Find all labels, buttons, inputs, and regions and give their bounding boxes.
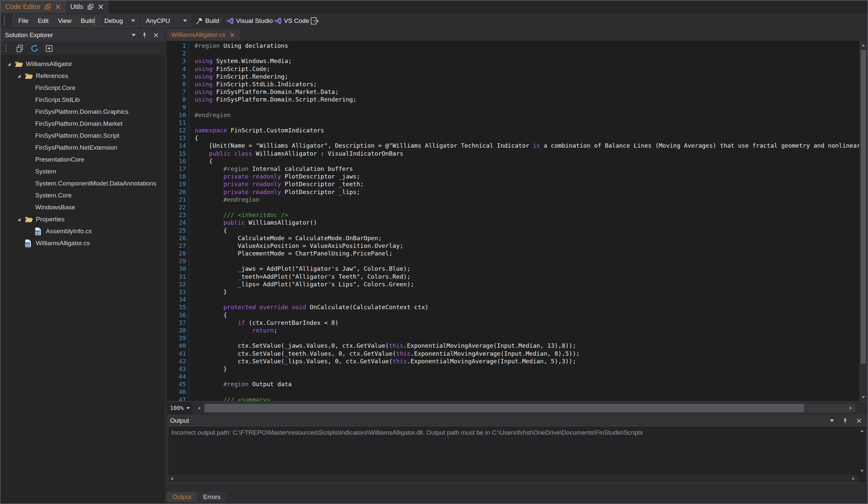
code-line-4[interactable]: 4using FinScript.Code;	[167, 65, 859, 73]
code-line-29[interactable]: 29	[167, 257, 859, 265]
tree-item-finsysplatform-domain-graphics[interactable]: FinSysPlatform.Domain.Graphics	[1, 106, 165, 118]
code-line-14[interactable]: 14 [Unit(Name = "Williams Alligator", De…	[167, 142, 859, 149]
scroll-left-icon[interactable]	[170, 477, 174, 481]
editor-vertical-scrollbar[interactable]	[859, 41, 867, 401]
scroll-right-icon[interactable]	[851, 477, 855, 481]
code-line-28[interactable]: 28 PlacementMode = ChartPanelUsing.Price…	[167, 250, 859, 257]
code-line-25[interactable]: 25 {	[167, 227, 859, 234]
code-line-42[interactable]: 42 ctx.SetValue(_lips.Values, 0, ctx.Get…	[167, 357, 859, 365]
output-tab-output[interactable]: Output	[167, 492, 197, 502]
open-in-visual-studio-button[interactable]: Visual Studio	[224, 14, 275, 27]
code-line-8[interactable]: 8using FinSysPlatform.Domain.Script.Rend…	[167, 96, 859, 103]
output-tab-errors[interactable]: Errors	[198, 492, 226, 502]
code-line-5[interactable]: 5using FinScript.Rendering;	[167, 73, 859, 80]
copy-files-icon[interactable]	[14, 43, 25, 54]
code-line-33[interactable]: 33 }	[167, 288, 859, 296]
code-line-44[interactable]: 44	[167, 372, 859, 380]
code-line-15[interactable]: 15 public class WilliamsAlligator : Visu…	[167, 150, 859, 157]
code-line-20[interactable]: 20 private readonly PlotDescriptor _lips…	[167, 188, 859, 196]
pin-icon[interactable]	[842, 418, 848, 424]
window-tab-code-editor[interactable]: Code Editor	[1, 1, 66, 13]
code-line-23[interactable]: 23 /// <inheritdoc />	[167, 211, 859, 219]
code-line-17[interactable]: 17 #region Internal calculation buffers	[167, 165, 859, 172]
code-line-27[interactable]: 27 ValueAxisPosition = ValueAxisPosition…	[167, 242, 859, 250]
code-line-13[interactable]: 13{	[167, 134, 859, 142]
output-horizontal-scrollbar[interactable]	[168, 475, 858, 483]
toolbar-grip-handle[interactable]	[94, 17, 95, 25]
code-line-43[interactable]: 43 }	[167, 365, 859, 372]
code-line-1[interactable]: 1#region Using declarations	[167, 42, 859, 50]
code-line-40[interactable]: 40 ctx.SetValue(_jaws.Values,0, ctx.GetV…	[167, 342, 859, 349]
refresh-icon[interactable]	[29, 43, 40, 54]
tree-item-properties[interactable]: Properties	[1, 213, 165, 225]
menu-file[interactable]: File	[14, 14, 33, 28]
tree-item-finsysplatform-domain-script[interactable]: FinSysPlatform.Domain.Script	[1, 130, 165, 142]
scroll-left-icon[interactable]	[197, 406, 201, 410]
code-line-31[interactable]: 31 _teeth=AddPlot("Alligator's Teeth", C…	[167, 273, 859, 280]
close-icon[interactable]	[55, 4, 61, 10]
code-line-19[interactable]: 19 private readonly PlotDescriptor _teet…	[167, 180, 859, 188]
tree-item-windowsbase[interactable]: WindowsBase	[1, 201, 165, 213]
file-tab-williamsalligator[interactable]: WilliamsAlligator.cs	[167, 29, 240, 41]
code-line-39[interactable]: 39	[167, 334, 859, 342]
code-line-36[interactable]: 36 {	[167, 311, 859, 319]
code-line-3[interactable]: 3using System.Windows.Media;	[167, 57, 859, 65]
menu-edit[interactable]: Edit	[33, 14, 53, 28]
code-line-37[interactable]: 37 if (ctx.CurrentBarIndex < 8)	[167, 319, 859, 326]
output-vertical-scrollbar[interactable]	[858, 426, 866, 475]
tree-item-system-componentmodel-dataannotations[interactable]: System.ComponentModel.DataAnnotations	[1, 178, 165, 189]
vertical-scrollbar-thumb[interactable]	[861, 50, 866, 364]
code-line-38[interactable]: 38 return;	[167, 326, 859, 334]
tree-item-system[interactable]: System	[1, 166, 165, 178]
menu-view[interactable]: View	[53, 14, 76, 28]
code-line-9[interactable]: 9	[167, 104, 859, 111]
scroll-right-icon[interactable]	[849, 406, 853, 410]
code-line-6[interactable]: 6using FinScript.StdLib.Indicators;	[167, 80, 859, 88]
expander-expanded-icon[interactable]	[7, 62, 14, 66]
tree-item-finscript-core[interactable]: FinScript.Core	[1, 82, 165, 94]
add-item-icon[interactable]	[44, 43, 54, 54]
horizontal-scrollbar-thumb[interactable]	[205, 404, 804, 412]
editor-horizontal-scrollbar[interactable]	[204, 404, 855, 412]
code-line-46[interactable]: 46	[167, 388, 859, 396]
code-editor-area[interactable]: 1#region Using declarations23using Syste…	[167, 41, 867, 401]
float-window-icon[interactable]	[44, 4, 51, 10]
open-in-vscode-button[interactable]: VS Code	[272, 14, 311, 27]
chevron-down-icon[interactable]	[830, 419, 834, 422]
scroll-up-icon[interactable]	[860, 429, 864, 433]
code-line-7[interactable]: 7using FinSysPlatform.Domain.Market.Data…	[167, 88, 859, 96]
zoom-level-dropdown[interactable]: 100%	[167, 402, 193, 414]
code-line-41[interactable]: 41 ctx.SetValue(_teeth.Values, 0, ctx.Ge…	[167, 350, 859, 357]
code-line-47[interactable]: 47 /// <summary>	[167, 396, 859, 401]
code-line-2[interactable]: 2	[167, 50, 859, 57]
code-line-16[interactable]: 16 {	[167, 157, 859, 165]
scroll-down-icon[interactable]	[860, 469, 864, 473]
code-line-34[interactable]: 34	[167, 296, 859, 303]
code-line-26[interactable]: 26 CalculateMode = CalculateMode.OnBarOp…	[167, 234, 859, 242]
close-icon[interactable]	[229, 32, 235, 38]
expander-expanded-icon[interactable]	[17, 217, 24, 221]
code-line-30[interactable]: 30 _jaws = AddPlot("Alligator's Jaw", Co…	[167, 265, 859, 272]
tree-item-system-core[interactable]: System.Core	[1, 189, 165, 201]
chevron-down-icon[interactable]	[132, 34, 136, 36]
code-line-22[interactable]: 22	[167, 203, 859, 211]
scroll-down-icon[interactable]	[861, 395, 865, 399]
configuration-dropdown[interactable]: Debug	[100, 14, 139, 27]
close-icon[interactable]	[153, 32, 159, 38]
float-window-icon[interactable]	[87, 4, 94, 10]
expander-expanded-icon[interactable]	[17, 74, 24, 78]
pin-icon[interactable]	[142, 32, 147, 38]
export-button[interactable]	[308, 14, 321, 27]
window-tab-utils[interactable]: Utils	[66, 1, 108, 13]
tree-item-presentationcore[interactable]: PresentationCore	[1, 154, 165, 166]
code-line-18[interactable]: 18 private readonly PlotDescriptor _jaws…	[167, 172, 859, 180]
tree-item-finsysplatform-netextension[interactable]: FinSysPlatform.NetExtension	[1, 142, 165, 154]
build-button[interactable]: Build	[193, 14, 221, 27]
code-line-32[interactable]: 32 _lips= AddPlot("Alligator's Lips", Co…	[167, 280, 859, 288]
code-line-45[interactable]: 45 #region Output data	[167, 380, 859, 388]
tree-item-finscript-stdlib[interactable]: FinScript.StdLib	[1, 94, 165, 106]
tree-item-williamsalligator[interactable]: WilliamsAlligator	[1, 58, 165, 70]
close-icon[interactable]	[97, 4, 104, 10]
scroll-up-icon[interactable]	[861, 43, 865, 48]
tree-item-finsysplatform-domain-market[interactable]: FinSysPlatform.Domain.Market	[1, 118, 165, 130]
